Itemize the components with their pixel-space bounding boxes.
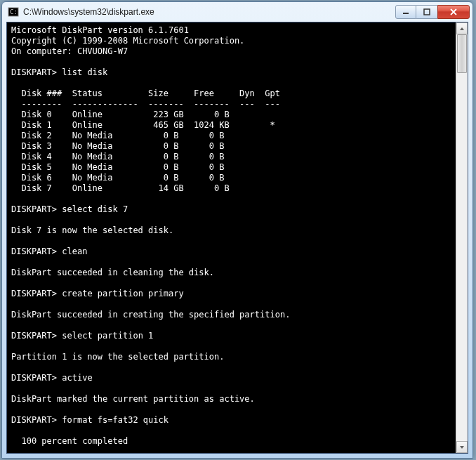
- prompt: DISKPART>: [11, 67, 57, 77]
- table-header: Disk ### Status Size Free Dyn Gpt: [11, 88, 280, 98]
- response-line: DiskPart succeeded in creating the speci…: [11, 310, 290, 320]
- vertical-scrollbar[interactable]: [456, 22, 468, 453]
- scrollbar-thumb[interactable]: [457, 34, 467, 73]
- window-controls: [395, 5, 470, 19]
- prompt: DISKPART>: [11, 373, 57, 383]
- titlebar[interactable]: C: C:\Windows\system32\diskpart.exe: [2, 2, 472, 22]
- command: select partition 1: [57, 331, 153, 341]
- table-row: Disk 6 No Media 0 B 0 B: [11, 173, 224, 183]
- svg-rect-2: [403, 13, 409, 14]
- console-window: C: C:\Windows\system32\diskpart.exe Micr…: [1, 1, 473, 459]
- table-row: Disk 4 No Media 0 B 0 B: [11, 152, 224, 162]
- table-row: Disk 1 Online 465 GB 1024 KB *: [11, 120, 275, 130]
- header-line: On computer: CHVUONG-W7: [11, 46, 128, 56]
- table-row: Disk 7 Online 14 GB 0 B: [11, 183, 230, 193]
- scroll-up-button[interactable]: [456, 22, 468, 34]
- table-row: Disk 2 No Media 0 B 0 B: [11, 131, 224, 140]
- svg-text:C:: C:: [10, 8, 18, 15]
- command: active: [57, 373, 93, 383]
- scrollbar-track[interactable]: [456, 34, 468, 441]
- maximize-button[interactable]: [416, 5, 437, 19]
- app-icon: C:: [8, 6, 19, 18]
- window-title: C:\Windows\system32\diskpart.exe: [23, 7, 395, 17]
- scroll-down-button[interactable]: [456, 441, 468, 453]
- minimize-button[interactable]: [395, 5, 416, 19]
- close-button[interactable]: [437, 5, 470, 19]
- prompt: DISKPART>: [11, 289, 57, 298]
- table-row: Disk 3 No Media 0 B 0 B: [11, 141, 224, 151]
- header-line: Copyright (C) 1999-2008 Microsoft Corpor…: [11, 36, 244, 46]
- command: create partition primary: [57, 289, 184, 298]
- command: list disk: [57, 67, 107, 77]
- response-line: 100 percent completed: [11, 436, 128, 446]
- svg-rect-3: [424, 9, 430, 15]
- response-line: DiskPart marked the current partition as…: [11, 394, 255, 404]
- prompt: DISKPART>: [11, 415, 57, 425]
- response-line: DiskPart succeeded in cleaning the disk.: [11, 268, 214, 277]
- table-divider: -------- ------------- ------- ------- -…: [11, 99, 280, 109]
- response-line: Partition 1 is now the selected partitio…: [11, 352, 224, 362]
- terminal-output[interactable]: Microsoft DiskPart version 6.1.7601 Copy…: [7, 22, 456, 453]
- prompt: DISKPART>: [11, 204, 57, 214]
- command: select disk 7: [57, 204, 128, 214]
- table-row: Disk 0 Online 223 GB 0 B: [11, 110, 230, 119]
- prompt: DISKPART>: [11, 331, 57, 341]
- client-area: Microsoft DiskPart version 6.1.7601 Copy…: [6, 22, 468, 454]
- response-line: Disk 7 is now the selected disk.: [11, 225, 173, 235]
- table-row: Disk 5 No Media 0 B 0 B: [11, 162, 224, 172]
- command: clean: [57, 247, 87, 256]
- command: format fs=fat32 quick: [57, 415, 168, 425]
- header-line: Microsoft DiskPart version 6.1.7601: [11, 25, 189, 35]
- prompt: DISKPART>: [11, 247, 57, 256]
